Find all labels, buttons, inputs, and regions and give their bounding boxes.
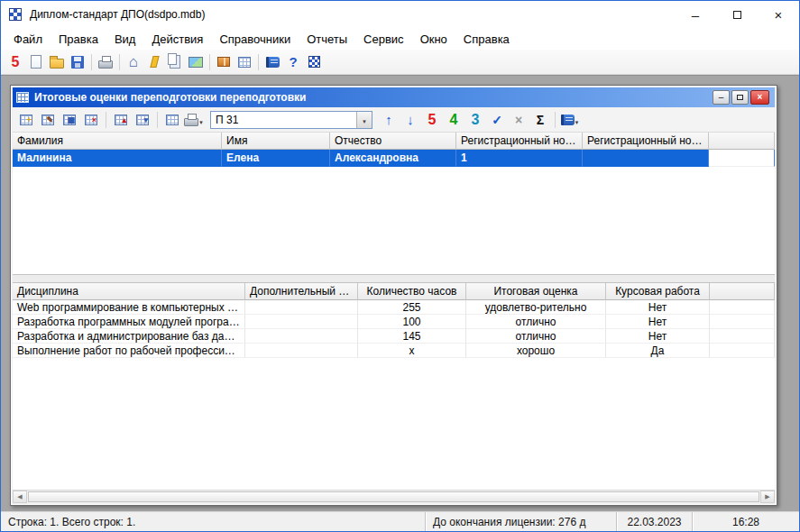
cell-regnumber2[interactable]	[583, 150, 709, 167]
status-time: 16:28	[693, 512, 799, 531]
child-title-bar[interactable]: Итоговые оценки переподготовки переподго…	[13, 87, 775, 107]
cell-coursework[interactable]: Да	[606, 344, 710, 358]
child-close-button[interactable]: ×	[750, 90, 769, 105]
copy-button[interactable]	[165, 52, 185, 72]
grade-3-button[interactable]: 3	[465, 110, 485, 130]
grid-splitter[interactable]	[13, 275, 775, 282]
app-icon	[9, 8, 22, 21]
cell-grade[interactable]: хорошо	[466, 344, 606, 358]
cell-coursework[interactable]: Нет	[606, 300, 710, 315]
navigate-up-button[interactable]: ↑	[379, 110, 399, 130]
sum-button[interactable]: Σ	[530, 110, 550, 130]
cell-coursework[interactable]: Нет	[606, 315, 710, 329]
maximize-button[interactable]	[716, 1, 758, 28]
cell-discipline[interactable]: Выполнение работ по рабочей профессии ".…	[13, 344, 245, 358]
horizontal-scrollbar[interactable]	[13, 490, 775, 503]
apply-button[interactable]: ✓	[487, 110, 507, 130]
menu-item-file[interactable]: Файл	[5, 30, 51, 49]
cell-extratext[interactable]	[245, 329, 358, 344]
save-button[interactable]	[68, 52, 87, 72]
cell-discipline[interactable]: Разработка и администрирование баз данн.…	[13, 329, 245, 344]
cell-middlename[interactable]: Александровна	[330, 150, 456, 167]
menu-item-directories[interactable]: Справочники	[211, 30, 299, 49]
group-combobox-dropdown-button[interactable]	[356, 112, 372, 128]
cancel-icon: ×	[515, 113, 522, 127]
table-button[interactable]	[234, 52, 254, 72]
minimize-button[interactable]: –	[675, 1, 716, 28]
navigate-down-button[interactable]: ↓	[400, 110, 420, 130]
cell-grade[interactable]: отлично	[466, 329, 606, 344]
delete-record-button[interactable]: ×	[81, 110, 101, 130]
cell-extratext[interactable]	[245, 344, 358, 358]
move-up-tree-button[interactable]: ▴	[111, 110, 131, 130]
move-down-tree-button[interactable]: ▾	[133, 110, 152, 130]
menu-item-edit[interactable]: Правка	[51, 30, 106, 49]
scroll-right-icon[interactable]	[760, 491, 775, 503]
about-button[interactable]	[304, 52, 324, 72]
grade-5-button[interactable]: 5	[422, 110, 442, 130]
menu-item-window[interactable]: Окно	[412, 30, 455, 49]
print-current-button[interactable]	[184, 110, 204, 130]
report-book-button[interactable]	[560, 110, 580, 130]
menu-item-service[interactable]: Сервис	[355, 30, 412, 49]
cell-hours[interactable]: x	[358, 344, 466, 358]
column-header-regnumber2[interactable]: Регистрационный номе...	[583, 133, 709, 150]
cell-discipline[interactable]: Разработка программных модулей програм..…	[13, 315, 245, 329]
tools-button[interactable]	[144, 52, 164, 72]
scroll-left-icon[interactable]	[13, 491, 27, 503]
subject-row[interactable]: Разработка и администрирование баз данн.…	[13, 329, 775, 344]
cell-grade[interactable]: отлично	[466, 315, 606, 329]
child-minimize-button[interactable]: –	[713, 90, 730, 105]
column-header-extratext[interactable]: Дополнительный текст	[245, 283, 358, 300]
cell-extratext[interactable]	[245, 300, 358, 315]
help-button[interactable]: ?	[283, 52, 303, 72]
toolbar-separator	[119, 54, 120, 70]
student-row-selected[interactable]: Малинина Елена Александровна 1	[13, 150, 775, 167]
column-header-discipline[interactable]: Дисциплина	[13, 283, 245, 300]
cell-hours[interactable]: 145	[358, 329, 466, 344]
book-button[interactable]	[262, 52, 282, 72]
grid-settings-button[interactable]: ▦	[60, 110, 79, 130]
add-record-button[interactable]: +	[16, 110, 36, 130]
new-document-button[interactable]	[26, 52, 46, 72]
cancel-button[interactable]: ×	[509, 110, 529, 130]
cell-lastname[interactable]: Малинина	[13, 150, 222, 167]
cell-coursework[interactable]: Нет	[606, 329, 710, 344]
print-button[interactable]	[96, 52, 115, 72]
child-maximize-button[interactable]	[731, 90, 749, 105]
cell-regnumber[interactable]: 1	[456, 150, 583, 167]
image-button[interactable]	[186, 52, 206, 72]
column-header-coursework[interactable]: Курсовая работа	[606, 283, 710, 300]
column-header-hours[interactable]: Количество часов	[358, 283, 466, 300]
open-button[interactable]	[47, 52, 67, 72]
cell-grade[interactable]: удовлетво-рительно	[466, 300, 606, 315]
cell-extratext[interactable]	[245, 315, 358, 329]
cell-hours[interactable]: 255	[358, 300, 466, 315]
menu-item-reports[interactable]: Отчеты	[299, 30, 355, 49]
column-header-lastname[interactable]: Фамилия	[13, 133, 222, 150]
cell-firstname[interactable]: Елена	[222, 150, 330, 167]
grade-4-button[interactable]: 4	[444, 110, 464, 130]
column-header-middlename[interactable]: Отчество	[330, 133, 456, 150]
column-header-regnumber[interactable]: Регистрационный номер	[456, 133, 583, 150]
scrollbar-thumb[interactable]	[28, 491, 759, 502]
menu-item-help[interactable]: Справка	[455, 30, 518, 49]
cell-hours[interactable]: 100	[358, 315, 466, 329]
maximize-icon	[733, 11, 741, 19]
app-logo-button[interactable]: 5	[5, 52, 25, 72]
subject-row[interactable]: Разработка программных модулей програм..…	[13, 315, 775, 329]
menu-item-actions[interactable]: Действия	[143, 30, 211, 49]
subject-row[interactable]: Web программирование в компьютерных с...…	[13, 300, 775, 315]
cell-discipline[interactable]: Web программирование в компьютерных с...	[13, 300, 245, 315]
table-view-button[interactable]	[162, 110, 182, 130]
home-button[interactable]: ⌂	[124, 52, 143, 72]
subject-row[interactable]: Выполнение работ по рабочей профессии ".…	[13, 344, 775, 358]
menu-item-view[interactable]: Вид	[106, 30, 144, 49]
column-header-firstname[interactable]: Имя	[222, 133, 330, 150]
edit-record-button[interactable]: ✎	[38, 110, 58, 130]
column-header-grade[interactable]: Итоговая оценка	[466, 283, 606, 300]
group-combobox[interactable]: П 31	[210, 111, 372, 129]
close-button[interactable]: ×	[758, 1, 799, 28]
package-button[interactable]	[214, 52, 234, 72]
child-window-icon	[16, 92, 29, 103]
